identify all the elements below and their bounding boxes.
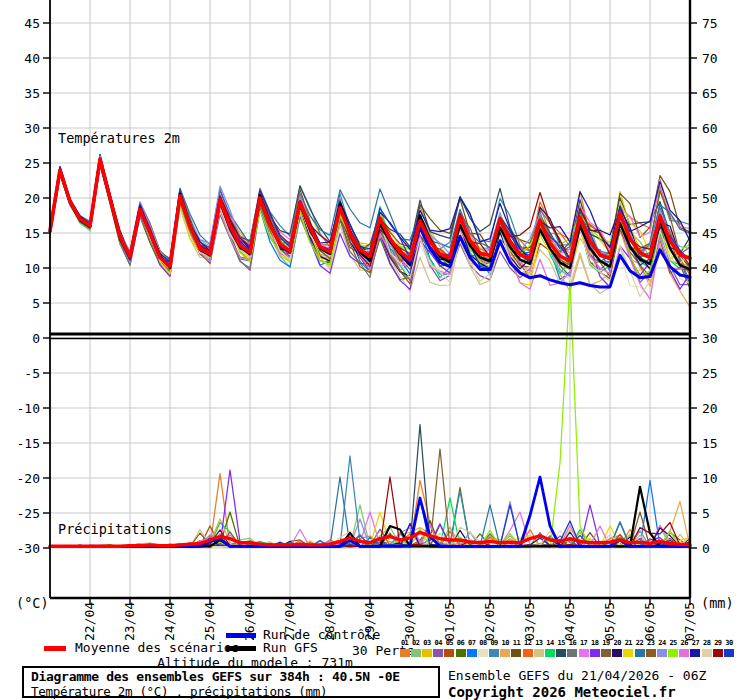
member-number: 27 [692,639,699,648]
x-date-label: 07/05 [682,602,697,641]
member-number: 30 [725,639,732,648]
member-color-swatch [623,649,633,657]
x-date-label: 03/05 [522,602,537,641]
gfs-legend-line [226,646,256,651]
member-swatch-cell: 01 [399,639,410,657]
member-number: 06 [457,639,464,648]
member-swatch-cell: 24 [656,639,667,657]
member-swatch-cell: 11 [511,639,522,657]
x-date-label: 06/05 [642,602,657,641]
left-tick-label: -20 [17,471,40,486]
member-swatch-cell: 16 [567,639,578,657]
left-tick-label: 40 [24,51,40,66]
member-color-swatch [456,649,466,657]
right-tick-label: 15 [702,436,718,451]
member-color-swatch [724,649,734,657]
member-color-swatch [500,649,510,657]
right-tick-label: 0 [702,541,710,556]
member-color-swatch [679,649,689,657]
right-tick-label: 50 [702,191,718,206]
x-date-label: 25/04 [202,602,217,641]
member-swatch-cell: 15 [556,639,567,657]
member-number: 01 [401,639,408,648]
copyright-label: Copyright 2026 Meteociel.fr [448,684,676,700]
member-swatch-cell: 30 [723,639,734,657]
member-swatch-cell: 21 [623,639,634,657]
member-number: 04 [434,639,441,648]
member-color-swatch [523,649,533,657]
member-swatch-cell: 19 [600,639,611,657]
member-number: 14 [546,639,553,648]
member-number: 25 [669,639,676,648]
member-number: 05 [446,639,453,648]
member-number: 18 [591,639,598,648]
x-date-label: 24/04 [162,602,177,641]
left-tick-label: 20 [24,191,40,206]
member-swatch-cell: 18 [589,639,600,657]
member-swatch-cell: 29 [712,639,723,657]
member-color-swatch [534,649,544,657]
member-swatch-cell: 04 [433,639,444,657]
member-number: 23 [647,639,654,648]
member-swatch-cell: 08 [477,639,488,657]
member-color-swatch [567,649,577,657]
left-tick-label: 35 [24,86,40,101]
member-number: 22 [636,639,643,648]
member-swatch-cell: 25 [668,639,679,657]
member-number: 21 [625,639,632,648]
member-color-swatch [556,649,566,657]
member-number: 10 [502,639,509,648]
left-tick-label: 30 [24,121,40,136]
right-tick-label: 5 [702,506,710,521]
gfs-legend-label: Run GFS [263,640,318,655]
member-color-swatch [478,649,488,657]
right-tick-label: 60 [702,121,718,136]
member-number: 13 [535,639,542,648]
member-swatch-cell: 12 [522,639,533,657]
right-axis-unit: (mm) [701,595,734,611]
member-swatch-cell: 07 [466,639,477,657]
precip-panel-label: Précipitations [58,521,172,537]
member-swatch-cell: 28 [701,639,712,657]
member-swatch-cell: 06 [455,639,466,657]
member-swatch-cell: 02 [410,639,421,657]
member-color-swatch [657,649,667,657]
gefs-ensemble-diagram: 45754070356530602555205015451040535030-5… [0,0,740,700]
member-number: 02 [412,639,419,648]
member-swatch-row: 0102030405060708091011121314151617181920… [399,639,735,657]
right-tick-label: 20 [702,401,718,416]
member-swatch-cell: 23 [645,639,656,657]
member-color-swatch [635,649,645,657]
member-number: 17 [580,639,587,648]
member-color-swatch [411,649,421,657]
run-info-label: Ensemble GEFS du 21/04/2026 - 06Z [448,668,706,683]
member-color-swatch [646,649,656,657]
member-number: 19 [602,639,609,648]
member-number: 15 [558,639,565,648]
member-swatch-cell: 10 [500,639,511,657]
member-number: 20 [613,639,620,648]
right-tick-label: 45 [702,226,718,241]
member-number: 11 [513,639,520,648]
member-number: 08 [479,639,486,648]
left-tick-label: -30 [17,541,40,556]
right-tick-label: 70 [702,51,718,66]
ensemble-chart: 45754070356530602555205015451040535030-5… [0,0,740,700]
left-tick-label: -25 [17,506,40,521]
left-axis-unit: (°C) [16,595,49,611]
member-swatch-cell: 26 [679,639,690,657]
x-date-label: 01/05 [442,602,457,641]
member-swatch-cell: 22 [634,639,645,657]
left-tick-label: 45 [24,16,40,31]
left-tick-label: 5 [32,296,40,311]
left-tick-label: 25 [24,156,40,171]
member-number: 03 [423,639,430,648]
right-tick-label: 40 [702,261,718,276]
member-swatch-cell: 27 [690,639,701,657]
member-number: 12 [524,639,531,648]
control-legend-line [226,633,256,638]
member-color-swatch [467,649,477,657]
mean-legend-line [44,646,66,651]
x-date-label: 02/05 [482,602,497,641]
right-tick-label: 30 [702,331,718,346]
